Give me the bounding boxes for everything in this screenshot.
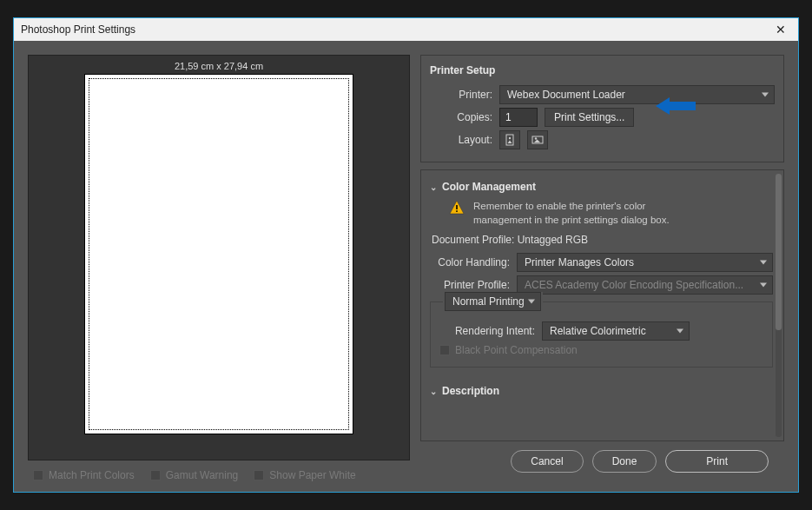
checkbox-label: Black Point Compensation [455,344,578,356]
layout-portrait-button[interactable] [499,130,520,149]
select-value: Webex Document Loader [507,86,625,103]
checkbox-label: Match Print Colors [49,469,135,481]
done-button[interactable]: Done [592,450,657,473]
copies-label: Copies: [430,111,492,123]
section-label: Description [442,385,499,397]
black-point-checkbox: Black Point Compensation [439,344,578,356]
printer-profile-label: Printer Profile: [430,279,510,291]
printer-profile-select: ACES Academy Color Encoding Specificatio… [517,275,773,295]
settings-column: Printer Setup Printer: Webex Document Lo… [420,55,784,485]
checkbox-label: Gamut Warning [166,469,239,481]
button-label: Done [612,455,637,467]
page-dimensions: 21,59 cm x 27,94 cm [175,61,263,71]
button-label: Print Settings... [554,111,624,123]
print-button[interactable]: Print [665,450,769,473]
checkbox-icon [439,345,450,355]
print-preview-area: 21,59 cm x 27,94 cm [28,55,410,460]
layout-landscape-button[interactable] [527,130,548,149]
button-label: Cancel [531,455,563,467]
printer-label: Printer: [430,89,492,101]
print-settings-dialog: Photoshop Print Settings ✕ 21,59 cm x 27… [13,17,799,493]
button-label: Print [706,455,728,467]
checkbox-label: Show Paper White [269,469,355,481]
preview-column: 21,59 cm x 27,94 cm Match Print Colors G… [28,55,410,485]
svg-rect-4 [456,205,458,209]
checkbox-icon [150,470,161,480]
rendering-intent-label: Rendering Intent: [439,325,535,337]
warning-icon [449,200,465,215]
select-value: ACES Academy Color Encoding Specificatio… [525,276,743,294]
settings-scroll-panel: ⌄ Color Management Remember to enable th… [420,169,784,441]
titlebar: Photoshop Print Settings ✕ [14,18,798,41]
printer-setup-panel: Printer Setup Printer: Webex Document Lo… [420,55,784,162]
print-settings-button[interactable]: Print Settings... [545,108,634,127]
color-warning: Remember to enable the printer's color m… [449,200,773,227]
select-value: Printer Manages Colors [525,254,634,271]
cancel-button[interactable]: Cancel [511,450,583,473]
svg-point-3 [535,137,537,139]
select-value: Normal Printing [452,293,525,310]
dialog-buttons: Cancel Done Print [420,441,784,485]
chevron-down-icon: ⌄ [430,182,437,192]
portrait-icon [504,134,516,146]
printer-select[interactable]: Webex Document Loader [499,85,775,104]
rendering-intent-select[interactable]: Relative Colorimetric [542,321,690,341]
copies-input[interactable] [499,108,538,127]
color-management-header[interactable]: ⌄ Color Management [430,179,773,198]
svg-rect-0 [506,135,513,145]
dialog-title: Photoshop Print Settings [21,23,135,36]
select-value: Relative Colorimetric [550,322,646,340]
landscape-icon [531,134,544,146]
warning-line2: management in the print settings dialog … [473,215,670,225]
printing-mode-select[interactable]: Normal Printing [445,292,541,311]
svg-point-1 [509,137,511,139]
close-icon[interactable]: ✕ [770,23,791,36]
printer-setup-title: Printer Setup [430,63,775,82]
checkbox-icon [33,470,43,480]
color-handling-label: Color Handling: [430,256,510,268]
svg-rect-5 [456,210,458,212]
warning-line1: Remember to enable the printer's color [473,201,645,211]
rendering-group: Normal Printing Rendering Intent: Relati… [430,301,773,368]
callout-arrow-icon [656,97,696,115]
color-handling-select[interactable]: Printer Manages Colors [517,253,773,272]
scrollbar-thumb[interactable] [776,174,782,330]
match-print-colors-checkbox[interactable]: Match Print Colors [33,469,135,481]
dialog-content: 21,59 cm x 27,94 cm Match Print Colors G… [14,41,798,492]
section-label: Color Management [442,181,536,193]
page-preview [89,78,349,430]
chevron-down-icon: ⌄ [430,387,437,396]
layout-label: Layout: [430,134,492,146]
show-paper-white-checkbox[interactable]: Show Paper White [254,469,355,481]
preview-options: Match Print Colors Gamut Warning Show Pa… [28,460,410,485]
checkbox-icon [254,470,264,480]
description-header[interactable]: ⌄ Description [430,383,773,402]
document-profile: Document Profile: Untagged RGB [432,234,773,246]
gamut-warning-checkbox[interactable]: Gamut Warning [150,469,239,481]
